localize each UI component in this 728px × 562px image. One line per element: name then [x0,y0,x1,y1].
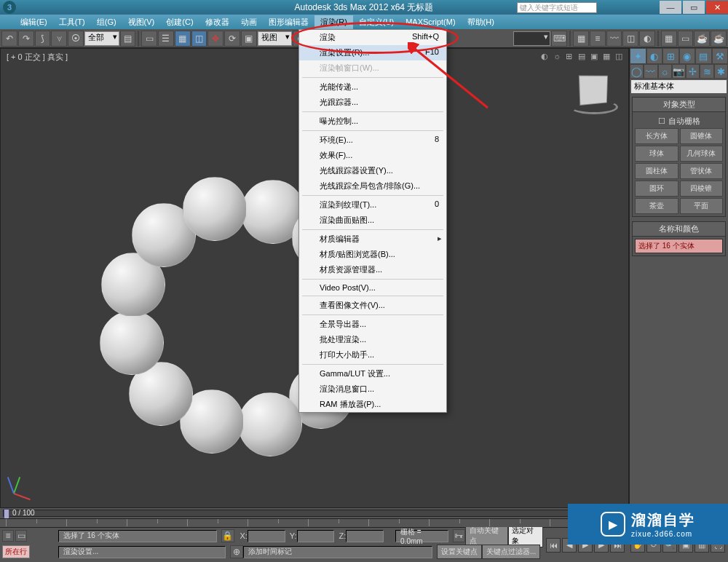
menu-entry[interactable]: 光跟踪器... [299,95,446,110]
quick-render-button[interactable]: ☕ [711,31,727,47]
primitive-button[interactable]: 平面 [680,198,724,214]
select-button[interactable]: ▭ [141,31,157,47]
menu-item-动画[interactable]: 动画 [235,15,263,29]
menu-entry[interactable]: 渲染到纹理(T)...0 [299,197,446,213]
selection-name-field[interactable]: 选择了 16 个实体 [635,239,723,253]
menu-entry[interactable]: 渲染Shift+Q [299,30,446,45]
align-button[interactable]: ▦ [573,31,589,47]
move-button[interactable]: ✥ [207,31,223,47]
keyfilter-button[interactable]: 关键点过滤器... [482,545,540,559]
menu-entry[interactable]: 查看图像文件(V)... [299,298,446,313]
y-coord-input[interactable] [297,530,335,542]
menu-entry[interactable]: 批处理渲染... [299,332,446,347]
schematic-button[interactable]: ◫ [622,31,638,47]
shape-subtab[interactable]: 〰 [644,64,657,79]
autogrid-checkbox[interactable]: ☐ [658,116,665,126]
name-color-rollout[interactable]: 名称和颜色 [632,221,726,237]
render-button[interactable]: ☕ [694,31,710,47]
render-setup-button[interactable]: ▦ [661,31,677,47]
menu-entry[interactable]: 全景导出器... [299,317,446,332]
edged-icon[interactable]: ▤ [578,52,588,62]
space-subtab[interactable]: ≋ [700,64,713,79]
menu-item-编辑(E)[interactable]: 编辑(E) [15,15,53,29]
shade-icon[interactable]: ◐ [541,52,551,62]
grid-icon[interactable]: ▦ [603,52,613,62]
menu-entry[interactable]: 渲染设置(R)...F10 [299,45,446,60]
create-tab[interactable]: ✦ [630,48,646,64]
primitive-button[interactable]: 球体 [635,146,678,162]
script-slot[interactable]: 所在行 [2,545,30,558]
select-name-button[interactable]: ☰ [158,31,174,47]
light-icon[interactable]: ☼ [553,52,563,62]
listener-button[interactable]: ▭ [15,530,27,542]
primitive-button[interactable]: 几何球体 [680,146,724,162]
menu-item-组(G)[interactable]: 组(G) [91,15,122,29]
menu-item-自定义(U)[interactable]: 自定义(U) [353,15,400,29]
close-button[interactable]: ✕ [706,1,728,14]
menu-item-渲染(R)[interactable]: 渲染(R) [314,15,353,29]
menu-entry[interactable]: 环境(E)...8 [299,132,446,148]
hierarchy-tab[interactable]: ⊞ [662,48,679,64]
minimize-button[interactable]: — [660,1,681,14]
menu-entry[interactable]: 打印大小助手... [299,347,446,363]
geom-subtab[interactable]: ◯ [630,64,644,79]
rotate-button[interactable]: ⟳ [224,31,240,47]
menu-entry[interactable]: 渲染消息窗口... [299,381,446,397]
link-button[interactable]: ⟆ [35,31,51,47]
wire-icon[interactable]: ⊞ [566,52,576,62]
bind-button[interactable]: ⦿ [68,31,84,47]
category-dropdown[interactable]: 标准基本体 [631,80,727,93]
menu-entry[interactable]: 效果(F)... [299,148,446,163]
menu-item-帮助(H)[interactable]: 帮助(H) [462,15,500,29]
primitive-button[interactable]: 圆环 [635,181,678,197]
window-crossing-button[interactable]: ◫ [191,31,207,47]
layer-button[interactable]: ≡ [590,31,606,47]
menu-item-修改器[interactable]: 修改器 [199,15,235,29]
time-slider-thumb[interactable] [4,509,9,519]
app-icon[interactable]: 3 [3,1,16,14]
key-mode-button[interactable]: 🗝 [453,529,465,542]
scale-button[interactable]: ▣ [241,31,257,47]
primitive-button[interactable]: 四棱锥 [680,181,724,197]
object-type-rollout[interactable]: 对象类型 [632,97,726,112]
menu-entry[interactable]: 光能传递... [299,79,446,95]
z-coord-input[interactable] [346,530,384,542]
x-coord-input[interactable] [248,530,285,542]
light-subtab[interactable]: ☼ [658,64,672,79]
viewport-label[interactable]: [ + 0 正交 ] 真实 ] [7,52,68,63]
motion-tab[interactable]: ◉ [679,48,696,64]
menu-entry[interactable]: RAM 播放器(P)... [299,397,446,412]
material-editor-button[interactable]: ◐ [639,31,655,47]
menu-entry[interactable]: Gamma/LUT 设置... [299,366,446,381]
stats-icon[interactable]: ◫ [615,52,625,62]
primitive-button[interactable]: 管状体 [680,163,724,179]
add-marker-label[interactable]: 添加时间标记 [243,546,432,558]
undo-button[interactable]: ↶ [1,31,17,47]
lock-selection-button[interactable]: 🔒 [221,529,234,542]
utilities-tab[interactable]: ⚒ [712,48,729,64]
curve-editor-button[interactable]: 〰 [606,31,622,47]
ref-coord-dropdown[interactable]: 视图 [258,31,293,46]
help-search-input[interactable]: 键入关键字或短语 [517,2,597,13]
menu-item-工具(T)[interactable]: 工具(T) [53,15,91,29]
menu-entry[interactable]: Video Post(V)... [299,281,446,294]
mirror-button[interactable]: ⌨ [551,31,567,47]
modify-tab[interactable]: ◐ [646,48,663,64]
redo-button[interactable]: ↷ [18,31,34,47]
menu-item-视图(V)[interactable]: 视图(V) [122,15,161,29]
menu-entry[interactable]: 材质资源管理器... [299,262,446,277]
menu-entry[interactable]: 曝光控制... [299,114,446,129]
menu-entry[interactable]: 光线跟踪器设置(Y)... [299,163,446,178]
primitive-button[interactable]: 圆锥体 [680,128,724,144]
menu-entry[interactable]: 材质编辑器 [299,231,446,247]
primitive-button[interactable]: 长方体 [635,128,678,144]
maximize-button[interactable]: ▭ [683,1,705,14]
named-selset-dropdown[interactable] [513,31,551,46]
select-region-button[interactable]: ▦ [175,31,191,47]
system-subtab[interactable]: ✱ [714,64,728,79]
viewcube[interactable] [574,71,614,110]
setkey-button[interactable]: 设置关键点 [437,545,482,559]
goto-start-button[interactable]: ⏮ [546,538,561,553]
render-frame-button[interactable]: ▭ [678,31,694,47]
menu-item-MAXScript(M)[interactable]: MAXScript(M) [400,16,461,28]
